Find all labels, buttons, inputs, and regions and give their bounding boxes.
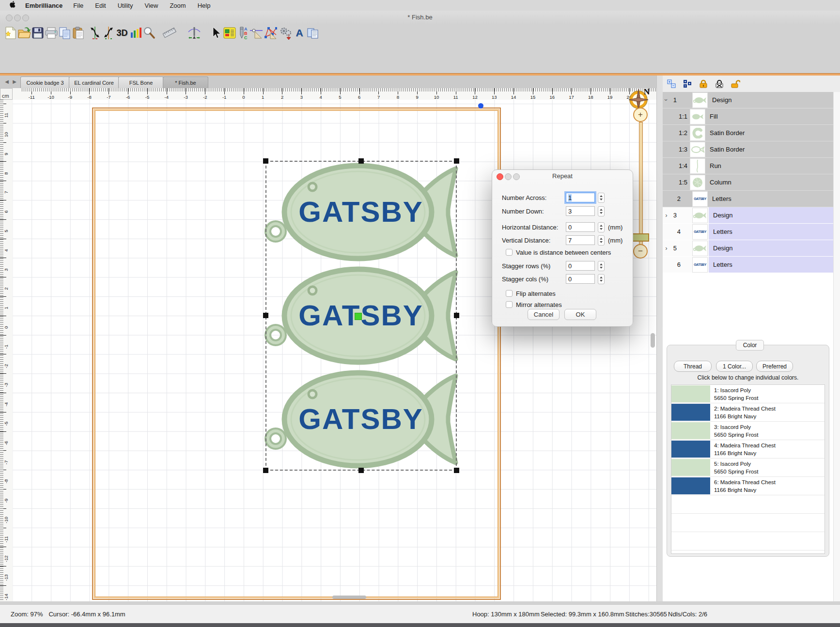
thread-color-row[interactable]: 2: Madeira Thread Chest 1166 Bright Navy <box>671 403 824 422</box>
canvas-horizontal-scrollbar[interactable] <box>332 596 366 599</box>
number-down-stepper[interactable] <box>598 206 605 216</box>
object-row-letters-4[interactable]: 4 GATSBY Letters <box>663 224 833 240</box>
object-row-satin-1[interactable]: 1:2 Satin Border <box>663 125 833 141</box>
object-row-letters-2[interactable]: 2 GATSBY Letters <box>663 191 833 207</box>
vertical-distance-field[interactable]: 7 <box>566 235 595 245</box>
preferred-button[interactable]: Preferred <box>756 361 793 372</box>
apple-icon[interactable] <box>10 1 16 10</box>
stagger-rows-field[interactable]: 0 <box>566 261 595 271</box>
object-row-design-3[interactable]: › 3 Design <box>663 207 833 224</box>
thread-color-row[interactable]: 5: Isacord Poly 5650 Spring Frost <box>671 459 824 477</box>
save-icon[interactable] <box>31 26 45 40</box>
object-row-column[interactable]: 1:5 Column <box>663 174 833 191</box>
rotate-icon[interactable] <box>102 26 115 40</box>
stitch-point-icon[interactable] <box>187 26 201 40</box>
object-row-design-5[interactable]: › 5 Design <box>663 240 833 257</box>
zoom-slider-handle[interactable] <box>632 233 649 242</box>
selection-handle-n[interactable] <box>358 158 364 164</box>
mirror-alternates-checkbox[interactable] <box>506 301 513 308</box>
number-across-stepper[interactable] <box>598 193 605 203</box>
lettering-icon[interactable]: ABC <box>236 26 250 40</box>
thread-button[interactable]: Thread <box>674 361 712 372</box>
group-objects-icon[interactable] <box>683 79 692 89</box>
thread-color-swatch[interactable] <box>671 477 710 494</box>
tab-fish-active[interactable]: * Fish.be <box>163 76 208 88</box>
thread-color-swatch[interactable] <box>671 385 710 402</box>
unlock-icon[interactable] <box>731 79 740 89</box>
menu-zoom[interactable]: Zoom <box>170 2 186 9</box>
selection-handle-ne[interactable] <box>454 158 459 164</box>
thread-color-swatch[interactable] <box>671 404 710 421</box>
origin-marker[interactable] <box>355 313 362 320</box>
zoom-out-button[interactable]: − <box>633 244 648 259</box>
object-row-run[interactable]: 1:4 Run <box>663 158 833 174</box>
value-between-centers-checkbox[interactable] <box>506 249 513 256</box>
flip-horizontal-icon[interactable] <box>88 26 102 40</box>
letters-tool-icon[interactable]: A <box>293 26 306 40</box>
stitch-chart-icon[interactable] <box>129 26 142 40</box>
chevron-right-icon[interactable]: › <box>663 212 670 219</box>
selection-handle-s[interactable] <box>358 468 364 473</box>
object-row-letters-6[interactable]: 6 GATSBY Letters <box>663 257 833 273</box>
lock-stitches-icon[interactable] <box>715 79 724 89</box>
selection-handle-w[interactable] <box>263 313 268 318</box>
properties-icon[interactable] <box>223 26 236 40</box>
pointer-icon[interactable] <box>209 26 223 40</box>
horizontal-distance-field[interactable]: 0 <box>566 222 595 232</box>
canvas-vertical-scrollbar[interactable] <box>651 333 655 348</box>
thread-color-swatch[interactable] <box>671 422 710 439</box>
stagger-cols-field[interactable]: 0 <box>566 274 595 284</box>
thread-color-row[interactable]: 6: Madeira Thread Chest 1166 Bright Navy <box>671 477 824 495</box>
new-document-icon[interactable] <box>4 26 17 40</box>
flip-alternates-checkbox[interactable] <box>506 290 513 297</box>
lock-icon[interactable] <box>699 79 708 89</box>
chevron-right-icon[interactable]: › <box>663 245 670 252</box>
stagger-cols-stepper[interactable] <box>598 274 605 284</box>
zoom-slider-track[interactable] <box>639 122 643 249</box>
tab-cookie-badge[interactable]: Cookie badge 3 <box>20 76 70 88</box>
3d-view-icon[interactable]: 3D <box>115 26 129 40</box>
copy-icon[interactable] <box>58 26 72 40</box>
selection-handle-sw[interactable] <box>263 468 268 473</box>
sew-simulator-icon[interactable] <box>249 26 263 40</box>
object-row-satin-2[interactable]: 1:3 Satin Border <box>663 141 833 158</box>
stagger-rows-stepper[interactable] <box>598 261 605 271</box>
horizontal-distance-stepper[interactable] <box>598 222 605 232</box>
ruler-tool-icon[interactable] <box>163 26 176 40</box>
menu-view[interactable]: View <box>144 2 158 9</box>
open-folder-icon[interactable] <box>17 26 31 40</box>
zoom-tool-icon[interactable] <box>142 26 156 40</box>
zoom-in-button[interactable]: + <box>633 107 648 122</box>
object-row-fill[interactable]: 1:1 Fill <box>663 108 833 125</box>
selection-handle-e[interactable] <box>454 313 459 318</box>
thread-color-swatch[interactable] <box>671 441 710 458</box>
color-panel-tab[interactable]: Color <box>736 340 764 351</box>
print-icon[interactable] <box>45 26 58 40</box>
menu-help[interactable]: Help <box>198 2 211 9</box>
expand-tree-icon[interactable] <box>667 79 676 89</box>
tab-scroll-left-icon[interactable]: ◀ <box>3 77 11 86</box>
thread-color-row[interactable]: 3: Isacord Poly 5650 Spring Frost <box>671 422 824 440</box>
menu-edit[interactable]: Edit <box>95 2 106 9</box>
stitch-editor-icon[interactable] <box>264 26 277 40</box>
thread-color-row[interactable]: 4: Madeira Thread Chest 1166 Bright Navy <box>671 440 824 459</box>
vertical-distance-stepper[interactable] <box>598 235 605 245</box>
selection-handle-se[interactable] <box>454 468 459 473</box>
selection-handle-nw[interactable] <box>263 158 268 164</box>
rotation-anchor-dot[interactable] <box>478 103 483 108</box>
tab-scroll-right-icon[interactable]: ▶ <box>11 77 18 86</box>
thread-color-swatch[interactable] <box>671 459 710 476</box>
ok-button[interactable]: OK <box>564 309 596 320</box>
thread-color-row[interactable]: 1: Isacord Poly 5650 Spring Frost <box>671 385 824 403</box>
number-down-field[interactable]: 3 <box>566 206 595 216</box>
tab-el-cardinal-core[interactable]: EL cardinal Core <box>69 76 119 88</box>
cancel-button[interactable]: Cancel <box>528 309 560 320</box>
chevron-down-icon[interactable]: › <box>663 96 670 104</box>
menu-file[interactable]: File <box>73 2 83 9</box>
number-across-field[interactable]: 1 <box>566 193 595 202</box>
menu-app-name[interactable]: Embrilliance <box>25 2 62 9</box>
merge-design-icon[interactable] <box>306 26 320 40</box>
tab-fsl-bone[interactable]: FSL Bone <box>118 76 164 88</box>
utility-gears-icon[interactable] <box>279 26 293 40</box>
object-row-design-1[interactable]: › 1 Design <box>663 92 833 108</box>
